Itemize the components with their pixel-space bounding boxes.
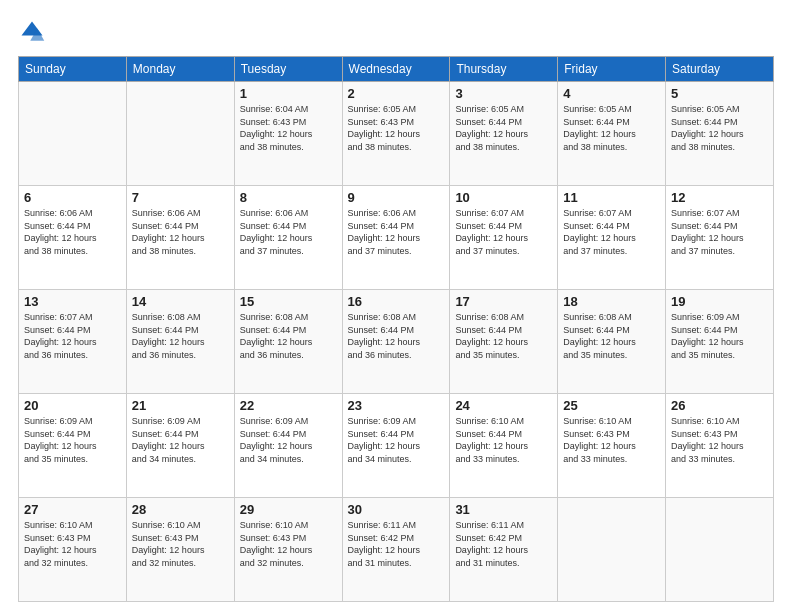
header: [18, 18, 774, 46]
calendar-cell: 7Sunrise: 6:06 AM Sunset: 6:44 PM Daylig…: [126, 186, 234, 290]
cell-content: Sunrise: 6:10 AM Sunset: 6:43 PM Dayligh…: [24, 519, 121, 569]
calendar-cell: [126, 82, 234, 186]
cell-content: Sunrise: 6:10 AM Sunset: 6:43 PM Dayligh…: [132, 519, 229, 569]
calendar-week-row: 27Sunrise: 6:10 AM Sunset: 6:43 PM Dayli…: [19, 498, 774, 602]
calendar-header-row: SundayMondayTuesdayWednesdayThursdayFrid…: [19, 57, 774, 82]
logo-icon: [18, 18, 46, 46]
cell-content: Sunrise: 6:11 AM Sunset: 6:42 PM Dayligh…: [455, 519, 552, 569]
cell-content: Sunrise: 6:09 AM Sunset: 6:44 PM Dayligh…: [240, 415, 337, 465]
day-number: 19: [671, 294, 768, 309]
calendar-cell: 1Sunrise: 6:04 AM Sunset: 6:43 PM Daylig…: [234, 82, 342, 186]
day-number: 12: [671, 190, 768, 205]
calendar-cell: 11Sunrise: 6:07 AM Sunset: 6:44 PM Dayli…: [558, 186, 666, 290]
cell-content: Sunrise: 6:05 AM Sunset: 6:43 PM Dayligh…: [348, 103, 445, 153]
calendar-cell: 14Sunrise: 6:08 AM Sunset: 6:44 PM Dayli…: [126, 290, 234, 394]
day-number: 26: [671, 398, 768, 413]
calendar-cell: 27Sunrise: 6:10 AM Sunset: 6:43 PM Dayli…: [19, 498, 127, 602]
cell-content: Sunrise: 6:06 AM Sunset: 6:44 PM Dayligh…: [132, 207, 229, 257]
calendar-cell: 5Sunrise: 6:05 AM Sunset: 6:44 PM Daylig…: [666, 82, 774, 186]
calendar-cell: [558, 498, 666, 602]
calendar-cell: 12Sunrise: 6:07 AM Sunset: 6:44 PM Dayli…: [666, 186, 774, 290]
calendar-cell: 9Sunrise: 6:06 AM Sunset: 6:44 PM Daylig…: [342, 186, 450, 290]
calendar-cell: 15Sunrise: 6:08 AM Sunset: 6:44 PM Dayli…: [234, 290, 342, 394]
day-number: 14: [132, 294, 229, 309]
cell-content: Sunrise: 6:06 AM Sunset: 6:44 PM Dayligh…: [24, 207, 121, 257]
cell-content: Sunrise: 6:08 AM Sunset: 6:44 PM Dayligh…: [348, 311, 445, 361]
cell-content: Sunrise: 6:09 AM Sunset: 6:44 PM Dayligh…: [132, 415, 229, 465]
cell-content: Sunrise: 6:09 AM Sunset: 6:44 PM Dayligh…: [24, 415, 121, 465]
day-number: 8: [240, 190, 337, 205]
calendar-cell: 26Sunrise: 6:10 AM Sunset: 6:43 PM Dayli…: [666, 394, 774, 498]
logo: [18, 18, 50, 46]
calendar-cell: 21Sunrise: 6:09 AM Sunset: 6:44 PM Dayli…: [126, 394, 234, 498]
calendar-cell: 28Sunrise: 6:10 AM Sunset: 6:43 PM Dayli…: [126, 498, 234, 602]
cell-content: Sunrise: 6:07 AM Sunset: 6:44 PM Dayligh…: [455, 207, 552, 257]
day-number: 9: [348, 190, 445, 205]
calendar-cell: 13Sunrise: 6:07 AM Sunset: 6:44 PM Dayli…: [19, 290, 127, 394]
calendar-cell: 23Sunrise: 6:09 AM Sunset: 6:44 PM Dayli…: [342, 394, 450, 498]
calendar-weekday-header: Monday: [126, 57, 234, 82]
cell-content: Sunrise: 6:10 AM Sunset: 6:43 PM Dayligh…: [240, 519, 337, 569]
cell-content: Sunrise: 6:07 AM Sunset: 6:44 PM Dayligh…: [671, 207, 768, 257]
day-number: 18: [563, 294, 660, 309]
day-number: 29: [240, 502, 337, 517]
cell-content: Sunrise: 6:04 AM Sunset: 6:43 PM Dayligh…: [240, 103, 337, 153]
calendar-cell: [19, 82, 127, 186]
cell-content: Sunrise: 6:07 AM Sunset: 6:44 PM Dayligh…: [24, 311, 121, 361]
day-number: 21: [132, 398, 229, 413]
cell-content: Sunrise: 6:09 AM Sunset: 6:44 PM Dayligh…: [671, 311, 768, 361]
day-number: 11: [563, 190, 660, 205]
day-number: 23: [348, 398, 445, 413]
day-number: 27: [24, 502, 121, 517]
calendar-week-row: 13Sunrise: 6:07 AM Sunset: 6:44 PM Dayli…: [19, 290, 774, 394]
calendar-cell: 29Sunrise: 6:10 AM Sunset: 6:43 PM Dayli…: [234, 498, 342, 602]
calendar-cell: 16Sunrise: 6:08 AM Sunset: 6:44 PM Dayli…: [342, 290, 450, 394]
cell-content: Sunrise: 6:10 AM Sunset: 6:44 PM Dayligh…: [455, 415, 552, 465]
cell-content: Sunrise: 6:10 AM Sunset: 6:43 PM Dayligh…: [563, 415, 660, 465]
day-number: 22: [240, 398, 337, 413]
cell-content: Sunrise: 6:08 AM Sunset: 6:44 PM Dayligh…: [240, 311, 337, 361]
cell-content: Sunrise: 6:09 AM Sunset: 6:44 PM Dayligh…: [348, 415, 445, 465]
calendar-weekday-header: Thursday: [450, 57, 558, 82]
calendar-cell: 18Sunrise: 6:08 AM Sunset: 6:44 PM Dayli…: [558, 290, 666, 394]
day-number: 17: [455, 294, 552, 309]
day-number: 4: [563, 86, 660, 101]
day-number: 6: [24, 190, 121, 205]
calendar-cell: 22Sunrise: 6:09 AM Sunset: 6:44 PM Dayli…: [234, 394, 342, 498]
cell-content: Sunrise: 6:05 AM Sunset: 6:44 PM Dayligh…: [671, 103, 768, 153]
calendar-cell: 4Sunrise: 6:05 AM Sunset: 6:44 PM Daylig…: [558, 82, 666, 186]
day-number: 5: [671, 86, 768, 101]
day-number: 24: [455, 398, 552, 413]
calendar-weekday-header: Saturday: [666, 57, 774, 82]
calendar-weekday-header: Friday: [558, 57, 666, 82]
calendar-cell: [666, 498, 774, 602]
calendar-week-row: 1Sunrise: 6:04 AM Sunset: 6:43 PM Daylig…: [19, 82, 774, 186]
day-number: 25: [563, 398, 660, 413]
day-number: 30: [348, 502, 445, 517]
calendar-cell: 3Sunrise: 6:05 AM Sunset: 6:44 PM Daylig…: [450, 82, 558, 186]
cell-content: Sunrise: 6:05 AM Sunset: 6:44 PM Dayligh…: [563, 103, 660, 153]
cell-content: Sunrise: 6:06 AM Sunset: 6:44 PM Dayligh…: [240, 207, 337, 257]
calendar-weekday-header: Tuesday: [234, 57, 342, 82]
calendar-cell: 31Sunrise: 6:11 AM Sunset: 6:42 PM Dayli…: [450, 498, 558, 602]
calendar-weekday-header: Sunday: [19, 57, 127, 82]
page: SundayMondayTuesdayWednesdayThursdayFrid…: [0, 0, 792, 612]
day-number: 7: [132, 190, 229, 205]
day-number: 31: [455, 502, 552, 517]
calendar-cell: 30Sunrise: 6:11 AM Sunset: 6:42 PM Dayli…: [342, 498, 450, 602]
calendar-cell: 2Sunrise: 6:05 AM Sunset: 6:43 PM Daylig…: [342, 82, 450, 186]
calendar-week-row: 20Sunrise: 6:09 AM Sunset: 6:44 PM Dayli…: [19, 394, 774, 498]
day-number: 13: [24, 294, 121, 309]
cell-content: Sunrise: 6:07 AM Sunset: 6:44 PM Dayligh…: [563, 207, 660, 257]
calendar-cell: 24Sunrise: 6:10 AM Sunset: 6:44 PM Dayli…: [450, 394, 558, 498]
calendar-cell: 17Sunrise: 6:08 AM Sunset: 6:44 PM Dayli…: [450, 290, 558, 394]
day-number: 28: [132, 502, 229, 517]
day-number: 16: [348, 294, 445, 309]
cell-content: Sunrise: 6:05 AM Sunset: 6:44 PM Dayligh…: [455, 103, 552, 153]
calendar-table: SundayMondayTuesdayWednesdayThursdayFrid…: [18, 56, 774, 602]
calendar-weekday-header: Wednesday: [342, 57, 450, 82]
day-number: 2: [348, 86, 445, 101]
cell-content: Sunrise: 6:08 AM Sunset: 6:44 PM Dayligh…: [563, 311, 660, 361]
calendar-cell: 25Sunrise: 6:10 AM Sunset: 6:43 PM Dayli…: [558, 394, 666, 498]
cell-content: Sunrise: 6:11 AM Sunset: 6:42 PM Dayligh…: [348, 519, 445, 569]
